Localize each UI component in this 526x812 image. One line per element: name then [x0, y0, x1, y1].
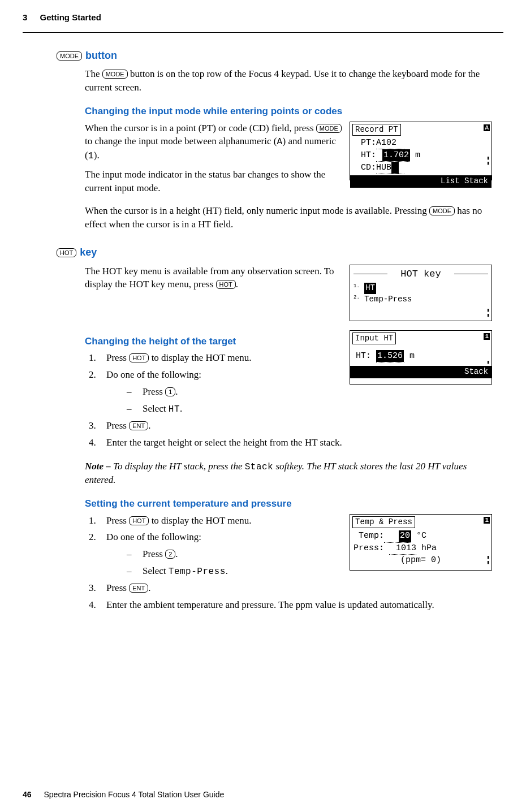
page-number: 46: [23, 790, 32, 799]
list-item: Press ENT.: [98, 581, 492, 595]
mode-key-icon: MODE: [429, 206, 455, 215]
lcd-status-icons: ▮▮: [487, 360, 490, 370]
header-rule: [23, 32, 503, 33]
lcd-softkeys: Stack: [350, 366, 491, 378]
list-item: Enter the ambient temperature and pressu…: [98, 598, 492, 612]
mode-key-icon: MODE: [316, 124, 342, 133]
ent-key-icon: ENT: [129, 584, 148, 593]
lcd-title: Record PT: [352, 124, 401, 136]
hot-key-icon: HOT: [129, 516, 149, 525]
lcd-line-ht: HT:1.702 m: [350, 149, 491, 162]
sublist: Press 1. Select HT.: [127, 385, 492, 416]
two-key-icon: 2: [165, 550, 175, 559]
lcd-softkeys: List Stack: [350, 175, 491, 188]
lcd-hot-menu: HOT key 1. HT 2. Temp-Press ▮▮: [350, 265, 492, 321]
note: Note – To display the HT stack, press th…: [85, 460, 492, 487]
lcd-status-icons: ▮▮: [487, 156, 490, 166]
mode-key-icon: MODE: [102, 70, 128, 79]
page-footer: 46 Spectra Precision Focus 4 Total Stati…: [23, 789, 224, 801]
list-item: Press 1.: [127, 385, 492, 399]
lcd-mode-indicator: 1: [484, 517, 490, 524]
section-heading: key: [80, 245, 97, 260]
lcd-line-cd: CD:HUB: [350, 162, 491, 174]
page-header: 3 Getting Started: [23, 11, 503, 23]
ent-key-icon: ENT: [129, 421, 148, 430]
section-hot-key: HOT key: [57, 245, 492, 260]
paragraph: When the cursor is in a height (HT) fiel…: [85, 204, 492, 231]
lcd-status-icons: ▮▮: [487, 308, 490, 318]
hot-key-icon: HOT: [57, 248, 76, 257]
list-item: Press ENT.: [98, 419, 492, 433]
lcd-menu: 1. HT 2. Temp-Press: [350, 282, 491, 314]
hot-key-icon: HOT: [216, 280, 236, 289]
lcd-title: Input HT: [352, 332, 396, 345]
lcd-title: Temp & Press: [352, 516, 415, 529]
lcd-title: HOT key: [350, 267, 491, 281]
one-key-icon: 1: [165, 387, 175, 396]
book-title: Spectra Precision Focus 4 Total Station …: [44, 790, 224, 799]
lcd-status-icons: ▮▮: [487, 555, 490, 565]
subsection-heading: Setting the current temperature and pres…: [85, 497, 492, 511]
hot-key-icon: HOT: [129, 353, 149, 362]
lcd-mode-indicator: A: [484, 124, 490, 131]
lcd-mode-indicator: 1: [484, 333, 490, 340]
lcd-body: Temp:20 °C Press: 1013 hPa (ppm= 0): [350, 529, 491, 568]
lcd-temp-press: Temp & Press 1 Temp:20 °C Press: 1013 hP…: [350, 514, 492, 571]
lcd-line-ht: HT: 1.526 m: [350, 345, 491, 365]
lcd-input-ht: Input HT 1 HT: 1.526 m ▮▮ Stack: [350, 330, 492, 385]
list-item: Select HT.: [127, 402, 492, 416]
subsection-heading: Changing the input mode while entering p…: [85, 105, 492, 118]
lcd-record-pt: Record PT A PT:A102 HT:1.702 m CD:HUB ▮▮…: [350, 122, 492, 180]
chapter-title: Getting Started: [40, 12, 101, 22]
paragraph: The MODE button is on the top row of the…: [85, 67, 492, 94]
list-item: Enter the target height or select the he…: [98, 436, 492, 450]
mode-key-icon: MODE: [57, 51, 82, 61]
section-mode-button: MODE button: [57, 49, 492, 63]
chapter-number: 3: [23, 12, 27, 22]
section-heading: button: [85, 49, 117, 63]
lcd-line-pt: PT:A102: [350, 137, 491, 149]
